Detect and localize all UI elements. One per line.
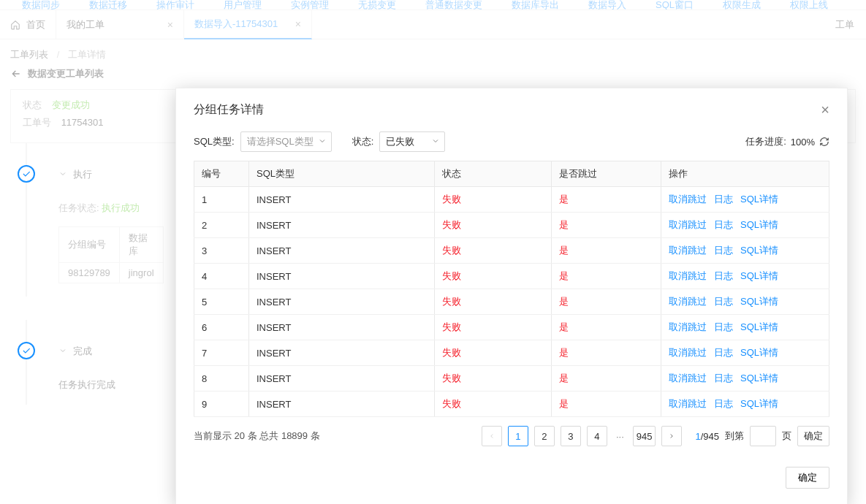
cell-state: 失败 [435,264,552,289]
table-row: 3INSERT失败是取消跳过日志SQL详情 [194,238,829,264]
op-log[interactable]: 日志 [714,347,733,358]
op-log[interactable]: 日志 [714,245,733,256]
cell-type: INSERT [249,315,435,340]
progress-label: 任务进度: [745,135,786,148]
cell-no: 8 [194,366,249,392]
op-cancel-skip[interactable]: 取消跳过 [669,194,707,205]
col-no: 编号 [194,161,249,187]
cell-type: INSERT [249,392,435,405]
op-log[interactable]: 日志 [714,270,733,281]
cell-skip: 是 [552,213,661,238]
cell-type: INSERT [249,238,435,264]
task-table: 编号 SQL类型 状态 是否跳过 操作 1INSERT失败是取消跳过日志SQL详… [194,161,829,405]
check-icon [18,165,35,183]
table-row: 7INSERT失败是取消跳过日志SQL详情 [194,340,829,366]
table-row: 6INSERT失败是取消跳过日志SQL详情 [194,315,829,340]
cell-op: 取消跳过日志SQL详情 [661,289,829,315]
cell-type: INSERT [249,340,435,366]
op-log[interactable]: 日志 [714,194,733,205]
cell-state: 失败 [435,213,552,238]
op-cancel-skip[interactable]: 取消跳过 [669,321,707,332]
sql-type-select[interactable]: 请选择SQL类型 [240,131,332,152]
op-log[interactable]: 日志 [714,373,733,383]
cell-no: 9 [194,392,249,405]
state-select[interactable]: 已失败 [379,131,445,152]
cell-no: 3 [194,238,249,264]
cell-op: 取消跳过日志SQL详情 [661,392,829,405]
cell-type: INSERT [249,366,435,392]
table-row: 9INSERT失败是取消跳过日志SQL详情 [194,392,829,405]
state-label: 状态: [352,135,374,148]
cell-op: 取消跳过日志SQL详情 [661,238,829,264]
cell-skip: 是 [552,315,661,340]
modal-title: 分组任务详情 [194,102,821,118]
cell-skip: 是 [552,289,661,315]
op-sql-detail[interactable]: SQL详情 [740,296,778,307]
col-op: 操作 [661,161,829,187]
op-sql-detail[interactable]: SQL详情 [740,194,778,205]
check-icon [18,342,35,359]
op-sql-detail[interactable]: SQL详情 [740,270,778,281]
cell-skip: 是 [552,392,661,405]
table-row: 8INSERT失败是取消跳过日志SQL详情 [194,366,829,392]
col-state: 状态 [435,161,552,187]
op-cancel-skip[interactable]: 取消跳过 [669,347,707,358]
op-log[interactable]: 日志 [714,398,733,405]
progress-value: 100% [791,137,815,148]
cell-type: INSERT [249,264,435,289]
cell-no: 6 [194,315,249,340]
col-type: SQL类型 [249,161,435,187]
op-log[interactable]: 日志 [714,321,733,332]
op-sql-detail[interactable]: SQL详情 [740,373,778,383]
table-row: 1INSERT失败是取消跳过日志SQL详情 [194,187,829,213]
cell-state: 失败 [435,238,552,264]
op-cancel-skip[interactable]: 取消跳过 [669,270,707,281]
cell-type: INSERT [249,213,435,238]
cell-skip: 是 [552,340,661,366]
cell-skip: 是 [552,238,661,264]
sql-type-label: SQL类型: [194,135,235,148]
cell-op: 取消跳过日志SQL详情 [661,340,829,366]
op-cancel-skip[interactable]: 取消跳过 [669,398,707,405]
op-cancel-skip[interactable]: 取消跳过 [669,219,707,230]
cell-op: 取消跳过日志SQL详情 [661,366,829,392]
table-row: 2INSERT失败是取消跳过日志SQL详情 [194,213,829,238]
cell-type: INSERT [249,187,435,213]
cell-state: 失败 [435,315,552,340]
group-task-detail-modal: 分组任务详情 × SQL类型: 请选择SQL类型 状态: 已失败 任务进度: 1… [175,88,848,405]
cell-type: INSERT [249,289,435,315]
chevron-down-icon [318,137,327,148]
cell-skip: 是 [552,187,661,213]
op-sql-detail[interactable]: SQL详情 [740,321,778,332]
cell-op: 取消跳过日志SQL详情 [661,264,829,289]
cell-no: 5 [194,289,249,315]
cell-skip: 是 [552,366,661,392]
op-log[interactable]: 日志 [714,219,733,230]
op-cancel-skip[interactable]: 取消跳过 [669,373,707,383]
cell-no: 2 [194,213,249,238]
op-sql-detail[interactable]: SQL详情 [740,398,778,405]
cell-state: 失败 [435,392,552,405]
table-row: 5INSERT失败是取消跳过日志SQL详情 [194,289,829,315]
op-cancel-skip[interactable]: 取消跳过 [669,296,707,307]
cell-op: 取消跳过日志SQL详情 [661,213,829,238]
op-log[interactable]: 日志 [714,296,733,307]
cell-no: 4 [194,264,249,289]
cell-state: 失败 [435,340,552,366]
cell-state: 失败 [435,187,552,213]
cell-state: 失败 [435,289,552,315]
sql-type-placeholder: 请选择SQL类型 [247,135,314,148]
op-cancel-skip[interactable]: 取消跳过 [669,245,707,256]
cell-no: 1 [194,187,249,213]
table-row: 4INSERT失败是取消跳过日志SQL详情 [194,264,829,289]
state-value: 已失败 [386,135,414,148]
cell-op: 取消跳过日志SQL详情 [661,187,829,213]
refresh-icon[interactable] [819,137,829,147]
cell-op: 取消跳过日志SQL详情 [661,315,829,340]
chevron-down-icon [431,137,440,148]
close-icon[interactable]: × [821,102,829,118]
op-sql-detail[interactable]: SQL详情 [740,347,778,358]
cell-state: 失败 [435,366,552,392]
op-sql-detail[interactable]: SQL详情 [740,219,778,230]
op-sql-detail[interactable]: SQL详情 [740,245,778,256]
